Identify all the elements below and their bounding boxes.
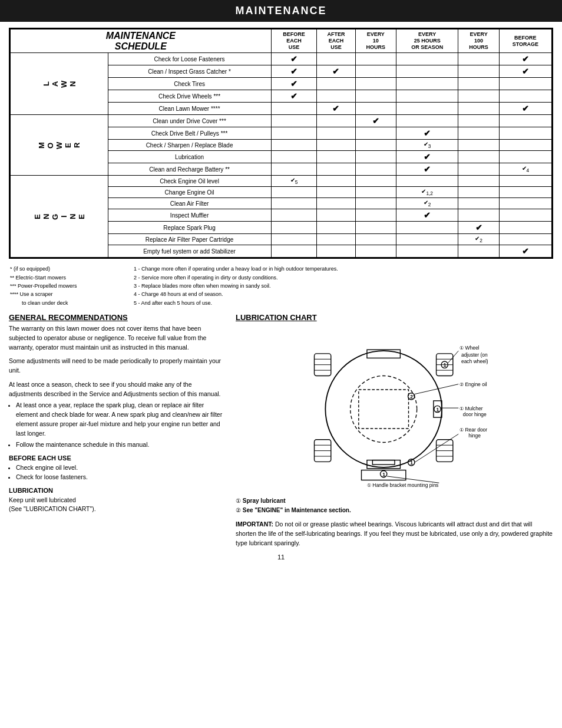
check-cell (499, 140, 551, 151)
lower-section: GENERAL RECOMMENDATIONS The warranty on … (9, 313, 553, 548)
check-cell (396, 222, 458, 234)
footnote-item: 5 - And after each 5 hours of use. (134, 299, 552, 307)
check-cell (317, 127, 355, 140)
bullet-item: At least once a year, replace the spark … (16, 401, 227, 438)
bullet-item: Follow the maintenance schedule in this … (16, 440, 227, 450)
check-cell (355, 103, 396, 115)
section-label-engine: ENGINE (11, 176, 108, 258)
lub-note-2: ② See "ENGINE" in Maintenance section. (236, 506, 553, 515)
check-cell (458, 53, 499, 65)
section-label-lawn: LAWN (11, 53, 108, 115)
check-cell: ✔2 (396, 198, 458, 209)
check-cell (317, 115, 355, 127)
check-cell: ✔ (396, 163, 458, 176)
footnotes: * (if so equipped) ** Electric-Start mow… (9, 265, 553, 307)
task-name: Check Tires (108, 78, 271, 90)
svg-text:adjuster (on: adjuster (on (461, 352, 487, 358)
check-cell (499, 176, 551, 187)
check-cell (355, 65, 396, 78)
task-name: Clean under Drive Cover *** (108, 115, 271, 127)
task-name: Check for Loose Fasteners (108, 53, 271, 65)
check-cell (317, 187, 355, 198)
check-cell (499, 187, 551, 198)
task-name: Inspect Muffler (108, 209, 271, 222)
check-cell (499, 234, 551, 245)
check-cell: ✔ (271, 78, 317, 90)
general-rec-para-2: Some adjustments will need to be made pe… (9, 357, 227, 375)
check-cell (396, 65, 458, 78)
general-recommendations-heading: GENERAL RECOMMENDATIONS (9, 313, 227, 322)
check-cell (458, 90, 499, 103)
check-cell (458, 245, 499, 258)
svg-text:2: 2 (410, 394, 413, 400)
check-cell: ✔ (396, 127, 458, 140)
check-cell (458, 209, 499, 222)
check-cell (317, 176, 355, 187)
footnote-item: **** Use a scraper (10, 290, 128, 298)
check-cell (271, 103, 317, 115)
check-cell (458, 140, 499, 151)
footnote-item: *** Power-Propelled mowers (10, 282, 128, 290)
check-cell (458, 151, 499, 163)
check-cell (317, 163, 355, 176)
lubrication-heading: LUBRICATION (9, 487, 227, 494)
footnotes-right: 1 - Change more often if operating under… (134, 265, 552, 307)
check-cell: ✔ (396, 209, 458, 222)
check-cell (355, 198, 396, 209)
task-name: Lubrication (108, 151, 271, 163)
check-cell: ✔1,2 (396, 187, 458, 198)
check-cell (499, 198, 551, 209)
check-cell (499, 127, 551, 140)
check-cell (458, 78, 499, 90)
check-cell (355, 234, 396, 245)
check-cell (458, 163, 499, 176)
check-cell (317, 140, 355, 151)
check-cell (271, 198, 317, 209)
check-cell (355, 140, 396, 151)
check-cell: ✔5 (271, 176, 317, 187)
check-cell (317, 53, 355, 65)
check-cell: ✔ (499, 245, 551, 258)
check-cell (355, 245, 396, 258)
check-cell (271, 140, 317, 151)
check-cell (317, 90, 355, 103)
check-cell (317, 222, 355, 234)
task-name: Clean / Inspect Grass Catcher * (108, 65, 271, 78)
col-header-every-100: EVERY100HOURS (458, 29, 499, 53)
check-cell (355, 176, 396, 187)
col-header-before-each-use: BEFOREEACHUSE (271, 29, 317, 53)
maintenance-table: MAINTENANCESCHEDULE BEFOREEACHUSE AFTERE… (10, 29, 552, 258)
check-cell (355, 222, 396, 234)
check-cell (355, 53, 396, 65)
footnote-item: 2 - Service more often if operating in d… (134, 274, 552, 282)
svg-text:② Engine oil: ② Engine oil (459, 382, 487, 388)
check-cell (458, 198, 499, 209)
check-cell (355, 187, 396, 198)
lubrication-diagram: 1 ① Wheel adjuster (on each wheel) 2 ② E… (300, 327, 489, 492)
check-cell (458, 65, 499, 78)
check-cell (499, 222, 551, 234)
lubrication-text: Keep unit well lubricated(See "LUBRICATI… (9, 496, 227, 515)
check-cell (499, 90, 551, 103)
check-cell (499, 78, 551, 90)
check-cell (458, 103, 499, 115)
left-column: GENERAL RECOMMENDATIONS The warranty on … (9, 313, 227, 548)
lubrication-svg: 1 ① Wheel adjuster (on each wheel) 2 ② E… (300, 327, 489, 492)
check-cell: ✔ (396, 151, 458, 163)
check-cell (396, 245, 458, 258)
svg-text:① Mulcher: ① Mulcher (459, 406, 483, 411)
page-number: 11 (9, 554, 553, 561)
check-cell: ✔ (499, 103, 551, 115)
check-cell: ✔ (271, 90, 317, 103)
task-name: Check Drive Belt / Pulleys *** (108, 127, 271, 140)
lubrication-chart-heading: LUBRICATION CHART (236, 313, 553, 322)
check-cell (317, 78, 355, 90)
table-row: LAWN Check for Loose Fasteners ✔ ✔ (11, 53, 552, 65)
check-cell: ✔ (271, 53, 317, 65)
check-cell (271, 127, 317, 140)
list-item: Check engine oil level. (16, 463, 227, 473)
lub-note-1: ① Spray lubricant (236, 496, 553, 506)
check-cell (355, 127, 396, 140)
check-cell: ✔ (317, 103, 355, 115)
check-cell (271, 234, 317, 245)
